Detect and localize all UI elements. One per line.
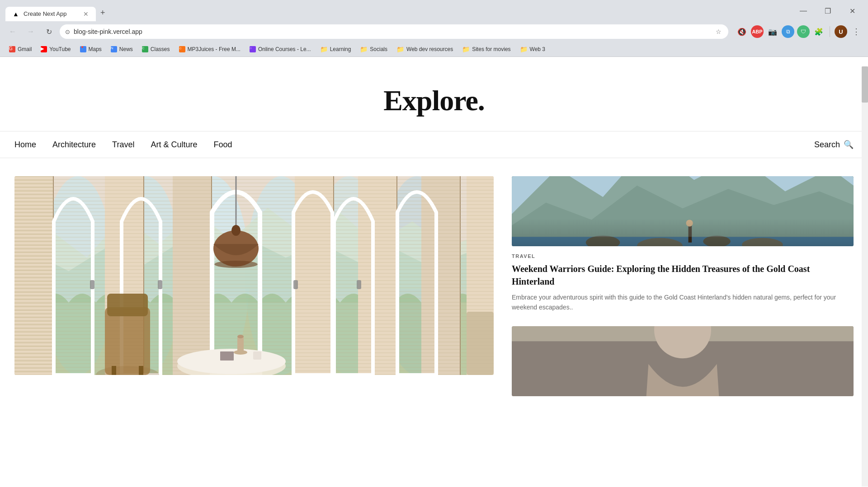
bookmark-gmail-label: Gmail: [18, 46, 32, 52]
svg-point-91: [237, 335, 244, 338]
svg-rect-79: [90, 280, 94, 289]
site-header: Explore.: [0, 57, 868, 131]
svg-rect-100: [512, 176, 854, 246]
svg-rect-102: [512, 246, 854, 246]
bookmark-web3-folder[interactable]: 📁 Web 3: [516, 44, 549, 55]
address-bar[interactable]: ⊙ blog-site-pink.vercel.app ☆: [60, 24, 728, 39]
svg-point-86: [214, 261, 258, 268]
sidebar-article-2: [512, 326, 854, 403]
svg-rect-81: [293, 280, 298, 289]
bookmark-socials-label: Socials: [370, 46, 387, 52]
bookmark-learning-label: Learning: [330, 46, 351, 52]
svg-point-85: [231, 225, 241, 236]
svg-rect-82: [357, 280, 361, 289]
nav-architecture[interactable]: Architecture: [52, 140, 96, 150]
screenshot-extension-icon[interactable]: 📷: [766, 25, 779, 38]
toolbar-divider: [830, 26, 830, 37]
bookmark-movies-folder[interactable]: 📁 Sites for movies: [458, 44, 514, 55]
speaker-icon[interactable]: 🔇: [736, 25, 748, 38]
svg-rect-90: [237, 337, 244, 352]
profile-avatar[interactable]: U: [835, 25, 847, 38]
nav-food[interactable]: Food: [213, 140, 232, 150]
bookmark-mp3-label: MP3Juices - Free M...: [188, 46, 241, 52]
chrome-menu-button[interactable]: ⋮: [850, 25, 863, 38]
gmail-favicon: G: [9, 46, 15, 52]
forward-button[interactable]: →: [24, 24, 38, 39]
svg-point-106: [637, 238, 683, 246]
svg-rect-93: [253, 351, 261, 360]
svg-rect-97: [112, 366, 116, 375]
search-button[interactable]: Search 🔍: [814, 140, 854, 150]
site-title: Explore.: [0, 84, 868, 117]
bookmark-youtube[interactable]: ▶ YouTube: [37, 44, 74, 54]
bookmark-mp3[interactable]: ♫ MP3Juices - Free M...: [175, 44, 244, 54]
window-controls: — ❐ ✕: [793, 4, 863, 21]
maximize-button[interactable]: ❐: [817, 4, 838, 18]
movies-folder-icon: 📁: [462, 46, 470, 53]
extensions-button[interactable]: 🧩: [812, 25, 825, 38]
bookmark-web3-label: Web 3: [530, 46, 545, 52]
abp-extension-icon[interactable]: ABP: [751, 25, 764, 38]
svg-rect-96: [107, 294, 148, 316]
url-display: blog-site-pink.vercel.app: [74, 28, 710, 35]
site-info-icon[interactable]: ⊙: [65, 28, 70, 35]
bookmark-news[interactable]: N News: [107, 44, 137, 54]
webdev-folder-icon: 📁: [396, 46, 404, 53]
bookmark-classes[interactable]: C Classes: [138, 44, 174, 54]
nav-art-culture[interactable]: Art & Culture: [151, 140, 197, 150]
sidebar-article-1: TRAVEL Weekend Warriors Guide: Exploring…: [512, 176, 854, 313]
svg-point-105: [586, 236, 620, 246]
bookmark-news-label: News: [119, 46, 133, 52]
nav-home[interactable]: Home: [14, 140, 36, 150]
article-thumbnail-1: [512, 176, 854, 246]
tab-title: Create Next App: [24, 10, 80, 17]
featured-image-container[interactable]: [14, 176, 494, 375]
nav-travel[interactable]: Travel: [112, 140, 134, 150]
learning-folder-icon: 📁: [320, 46, 328, 53]
copy-extension-icon[interactable]: ⧉: [782, 25, 794, 38]
bookmark-courses-label: Online Courses - Le...: [258, 46, 311, 52]
svg-rect-95: [105, 307, 150, 375]
close-tab-button[interactable]: ✕: [83, 10, 89, 18]
article-title-1[interactable]: Weekend Warriors Guide: Exploring the Hi…: [512, 262, 854, 288]
svg-rect-99: [467, 312, 494, 375]
active-tab[interactable]: ▲ Create Next App ✕: [5, 7, 96, 21]
bookmark-courses[interactable]: ○ Online Courses - Le...: [246, 44, 315, 54]
bookmark-webdev-folder[interactable]: 📁 Web dev resources: [393, 44, 457, 55]
svg-rect-98: [139, 366, 143, 375]
tab-favicon: ▲: [13, 10, 20, 18]
bookmark-star-icon[interactable]: ☆: [714, 27, 723, 36]
address-bar-icons: ☆: [714, 27, 723, 36]
sidebar-content: TRAVEL Weekend Warriors Guide: Exploring…: [512, 176, 854, 417]
page-content: Explore. Home Architecture Travel Art & …: [0, 57, 868, 486]
minimize-button[interactable]: —: [793, 4, 814, 18]
bookmark-learning-folder[interactable]: 📁 Learning: [316, 44, 355, 55]
youtube-favicon: ▶: [41, 46, 47, 52]
bookmark-gmail[interactable]: G Gmail: [5, 44, 35, 54]
svg-point-107: [703, 236, 730, 246]
shield-extension-icon[interactable]: 🛡: [797, 25, 810, 38]
article-thumbnail-2: [512, 326, 854, 396]
back-button[interactable]: ←: [5, 24, 20, 39]
svg-rect-92: [220, 351, 234, 361]
portrait-svg: [512, 326, 854, 396]
search-icon: 🔍: [844, 140, 854, 150]
close-window-button[interactable]: ✕: [842, 4, 863, 18]
svg-point-110: [686, 220, 693, 226]
bookmark-maps-label: Maps: [89, 46, 102, 52]
tab-bar: ▲ Create Next App ✕ +: [5, 5, 109, 21]
scrollbar-thumb[interactable]: [862, 66, 868, 103]
new-tab-button[interactable]: +: [97, 5, 109, 21]
portrait-thumbnail: [512, 326, 854, 396]
nav-links: Home Architecture Travel Art & Culture F…: [14, 140, 814, 150]
bookmark-socials-folder[interactable]: 📁 Socials: [356, 44, 391, 55]
bookmark-maps[interactable]: 📍 Maps: [76, 44, 105, 54]
socials-folder-icon: 📁: [360, 46, 368, 53]
featured-image: [14, 176, 494, 375]
svg-point-108: [742, 238, 783, 246]
bookmark-youtube-label: YouTube: [49, 46, 71, 52]
browser-toolbar: 🔇 ABP 📷 ⧉ 🛡 🧩 U ⋮: [736, 25, 863, 38]
scrollbar[interactable]: [862, 66, 868, 486]
search-label: Search: [814, 140, 840, 150]
reload-button[interactable]: ↻: [42, 24, 56, 39]
